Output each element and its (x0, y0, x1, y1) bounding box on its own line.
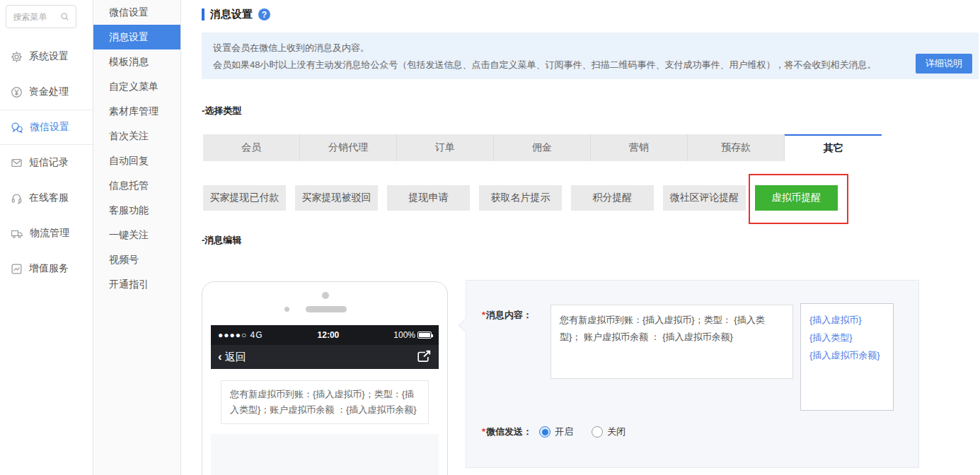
phone-sensor-dot (284, 307, 289, 312)
submenu-item-service-function[interactable]: 客服功能 (93, 198, 180, 223)
phone-message-zone: 您有新虚拟币到账：{插入虚拟币}；类型：{插入类型}；账户虚拟币余额 ：{插入虚… (211, 369, 439, 434)
truck-icon (11, 228, 23, 240)
radio-off-label: 关闭 (607, 426, 626, 438)
question-circle-icon[interactable]: ? (258, 8, 270, 20)
type-button-community-comment-reminder[interactable]: 微社区评论提醒 (663, 185, 746, 211)
type-button-get-card-tip[interactable]: 获取名片提示 (479, 185, 562, 211)
sidebar-item-label: 微信设置 (30, 121, 69, 134)
submenu-item-media-library[interactable]: 素材库管理 (93, 99, 180, 124)
phone-screen-background (211, 434, 439, 475)
battery-icon (417, 332, 432, 339)
submenu-item-info-hosting[interactable]: 信息托管 (93, 173, 180, 198)
insert-variables-box: {插入虚拟币} {插入类型} {插入虚拟币余额} (800, 303, 894, 411)
tab-order[interactable]: 订单 (397, 134, 494, 161)
sidebar-item-label: 资金处理 (29, 86, 69, 98)
submenu-item-message-settings[interactable]: 消息设置 (93, 25, 180, 49)
phone-screen: ●●●●○ 4G 12:00 100% ‹ 返回 (211, 325, 439, 475)
required-mark: * (482, 310, 485, 320)
phone-speaker-bar (306, 306, 347, 312)
insert-virtual-currency-link[interactable]: {插入虚拟币} (809, 311, 884, 329)
chart-icon (11, 263, 23, 275)
tab-member[interactable]: 会员 (203, 134, 300, 161)
sidebar-item-label: 物流管理 (30, 227, 69, 240)
select-type-heading: -选择类型 (202, 105, 241, 117)
type-button-withdraw-apply[interactable]: 提现申请 (387, 185, 470, 211)
phone-preview: ●●●●○ 4G 12:00 100% ‹ 返回 (202, 281, 448, 475)
send-field-label: *微信发送： (482, 426, 532, 438)
sidebar-item-wechat-settings[interactable]: 微信设置 (0, 110, 93, 145)
back-label: 返回 (225, 351, 246, 364)
status-time: 12:00 (263, 330, 394, 340)
message-type-buttons: 买家提现已付款 买家提现被驳回 提现申请 获取名片提示 积分提醒 微社区评论提醒… (203, 185, 838, 211)
tab-other[interactable]: 其它 (785, 134, 882, 161)
radio-on-label: 开启 (555, 426, 573, 438)
content-field-label: *消息内容： (482, 309, 532, 322)
submenu-item-one-key-follow[interactable]: 一键关注 (93, 223, 180, 247)
envelope-icon (11, 157, 23, 169)
wechat-icon (11, 122, 23, 134)
submenu-item-template-message[interactable]: 模板消息 (93, 49, 180, 74)
submenu-item-custom-menu[interactable]: 自定义菜单 (93, 74, 180, 99)
submenu-item-first-follow[interactable]: 首次关注 (93, 124, 180, 148)
tab-distribution-agent[interactable]: 分销代理 (300, 134, 397, 161)
secondary-sidebar: 微信设置 消息设置 模板消息 自定义菜单 素材库管理 首次关注 自动回复 信息托… (93, 0, 181, 475)
sidebar-item-online-service[interactable]: 在线客服 (0, 180, 93, 216)
title-accent-bar (202, 8, 204, 20)
message-preview: 您有新虚拟币到账：{插入虚拟币}；类型：{插入类型}；账户虚拟币余额 ：{插入虚… (221, 380, 429, 424)
submenu-item-wechat-settings[interactable]: 微信设置 (93, 0, 180, 25)
signal-indicator: ●●●●○ 4G (218, 330, 263, 340)
sidebar-item-sms-log[interactable]: 短信记录 (0, 145, 93, 180)
sidebar-item-label: 在线客服 (29, 192, 69, 204)
headset-icon (11, 192, 23, 204)
insert-balance-link[interactable]: {插入虚拟币余额} (809, 346, 884, 364)
main-content: 消息设置 ? 设置会员在微信上收到的消息及内容。 会员如果48小时以上没有主动发… (181, 0, 980, 475)
type-button-withdraw-paid[interactable]: 买家提现已付款 (203, 185, 286, 211)
battery-indicator: 100% (393, 330, 432, 340)
type-button-withdraw-rejected[interactable]: 买家提现被驳回 (295, 185, 378, 211)
battery-percent: 100% (393, 330, 415, 340)
message-edit-heading: -消息编辑 (202, 234, 241, 247)
notice-line-2: 会员如果48小时以上没有主动发消息给公众号（包括发送信息、点击自定义菜单、订阅事… (213, 57, 967, 74)
wechat-send-row: *微信发送： 开启 关闭 (482, 426, 626, 438)
tab-commission[interactable]: 佣金 (494, 134, 591, 161)
radio-off[interactable]: 关闭 (592, 426, 626, 438)
insert-type-link[interactable]: {插入类型} (809, 329, 884, 346)
search-icon (60, 12, 69, 21)
type-tabs: 会员 分销代理 订单 佣金 营销 预存款 其它 (203, 134, 882, 161)
sidebar-item-label: 系统设置 (29, 50, 69, 63)
notice-line-1: 设置会员在微信上收到的消息及内容。 (213, 40, 967, 57)
panel-callout-arrow (459, 318, 473, 333)
sidebar-item-funds[interactable]: 资金处理 (0, 74, 93, 110)
submenu-item-activation-guide[interactable]: 开通指引 (93, 272, 180, 297)
menu-search-input[interactable] (13, 12, 57, 22)
radio-on[interactable]: 开启 (539, 426, 573, 438)
share-icon[interactable] (416, 350, 432, 364)
menu-search-box[interactable] (6, 5, 76, 28)
chevron-left-icon: ‹ (218, 350, 222, 364)
primary-sidebar: 系统设置 资金处理 微信设置 短信记录 (0, 0, 93, 475)
type-button-points-reminder[interactable]: 积分提醒 (571, 185, 654, 211)
detail-button[interactable]: 详细说明 (916, 54, 972, 74)
notice-box: 设置会员在微信上收到的消息及内容。 会员如果48小时以上没有主动发消息给公众号（… (202, 33, 979, 79)
sidebar-item-value-added[interactable]: 增值服务 (0, 251, 93, 286)
sidebar-item-label: 短信记录 (29, 156, 69, 169)
phone-status-bar: ●●●●○ 4G 12:00 100% (211, 325, 439, 345)
tab-prepaid[interactable]: 预存款 (688, 134, 785, 161)
tab-marketing[interactable]: 营销 (591, 134, 688, 161)
yen-circle-icon (11, 86, 23, 98)
phone-nav-bar: ‹ 返回 (211, 345, 439, 369)
radio-off-icon (592, 426, 603, 438)
type-button-virtual-currency-reminder[interactable]: 虚拟币提醒 (755, 185, 838, 211)
sidebar-item-label: 增值服务 (29, 262, 69, 275)
message-content-textarea[interactable]: 您有新虚拟币到账：{插入虚拟币}；类型： {插入类型}； 账户虚拟币余额 ： {… (550, 305, 793, 379)
gear-icon (11, 51, 23, 63)
submenu-item-auto-reply[interactable]: 自动回复 (93, 148, 180, 173)
message-edit-panel: *消息内容： 您有新虚拟币到账：{插入虚拟币}；类型： {插入类型}； 账户虚拟… (466, 280, 919, 468)
phone-camera-dot (322, 292, 329, 299)
page-title: 消息设置 ? (202, 8, 270, 21)
sidebar-item-system-settings[interactable]: 系统设置 (0, 39, 93, 74)
radio-on-icon (539, 426, 550, 438)
submenu-item-video-account[interactable]: 视频号 (93, 247, 180, 272)
back-button[interactable]: ‹ 返回 (218, 350, 246, 364)
sidebar-item-logistics[interactable]: 物流管理 (0, 216, 93, 251)
